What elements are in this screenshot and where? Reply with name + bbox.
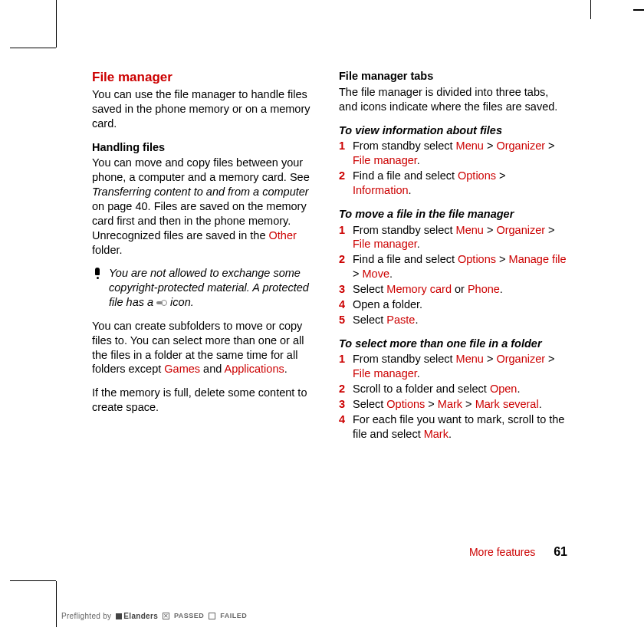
menu-path: Options (386, 398, 425, 410)
handling-files-paragraph: You can move and copy files between your… (92, 156, 320, 257)
preflight-company: Elanders (116, 611, 158, 621)
step-text: Select Paste. (353, 313, 418, 327)
note-text: You are not allowed to exchange some cop… (109, 266, 320, 310)
step-text: Select Memory card or Phone. (353, 282, 503, 297)
company-name: Elanders (123, 611, 158, 621)
crop-mark (590, 0, 591, 19)
note-callout: You are not allowed to exchange some cop… (92, 266, 320, 310)
passed-checkbox-icon (163, 613, 169, 619)
crop-mark (56, 0, 57, 48)
step-text: Open a folder. (353, 297, 422, 312)
menu-path: Manage file (509, 253, 567, 265)
failed-label: FAILED (220, 612, 247, 621)
menu-path: Organizer (496, 140, 545, 152)
menu-path-applications: Applications (225, 363, 284, 375)
menu-path: Information (353, 184, 409, 196)
step-number: 2 (339, 252, 353, 281)
subheading-tabs: File manager tabs (339, 69, 567, 84)
step-item: 1From standby select Menu > Organizer > … (353, 139, 567, 168)
step-item: 2Find a file and select Options > Inform… (353, 169, 567, 198)
text: icon. (167, 296, 194, 308)
subfolders-paragraph: You can create subfolders to move or cop… (92, 319, 320, 376)
preflight-label: Preflighted by (61, 611, 111, 621)
menu-path: Mark (424, 428, 449, 440)
steps-move-file: 1From standby select Menu > Organizer > … (339, 223, 567, 327)
steps-view-info: 1From standby select Menu > Organizer > … (339, 139, 567, 197)
step-text: Find a file and select Options > Informa… (353, 169, 567, 198)
step-item: 2Scroll to a folder and select Open. (353, 382, 567, 396)
menu-path: File manager (353, 154, 417, 166)
left-column: File manager You can use the file manage… (92, 69, 320, 450)
text: . (284, 363, 288, 375)
memory-full-paragraph: If the memory is full, delete some conte… (92, 386, 320, 415)
step-number: 4 (339, 297, 353, 312)
menu-path: File manager (353, 238, 417, 250)
menu-path: Open (490, 383, 517, 395)
menu-path: Organizer (496, 353, 545, 365)
text: You are not allowed to exchange some cop… (109, 267, 309, 308)
page-number: 61 (554, 545, 567, 558)
footer-section-name: More features (469, 546, 535, 558)
step-text: Scroll to a folder and select Open. (353, 382, 520, 396)
step-number: 2 (339, 382, 353, 396)
step-item: 5Select Paste. (353, 313, 567, 327)
menu-path: Phone (468, 283, 500, 295)
step-number: 2 (339, 169, 353, 198)
menu-path: Menu (456, 353, 484, 365)
crop-mark (10, 580, 56, 581)
crop-mark (633, 9, 644, 11)
menu-path-other: Other (269, 229, 297, 242)
step-text: For each file you want to mark, scroll t… (353, 412, 567, 442)
cross-reference: Transferring content to and from a compu… (92, 186, 309, 198)
menu-path-games: Games (164, 363, 200, 375)
step-number: 1 (339, 352, 353, 381)
step-number: 1 (339, 223, 353, 252)
failed-checkbox-icon (209, 613, 215, 619)
step-item: 3Select Memory card or Phone. (353, 282, 567, 297)
menu-path: Menu (456, 140, 484, 152)
subheading-handling-files: Handling files (92, 140, 320, 155)
info-icon (92, 266, 103, 279)
steps-select-multiple: 1From standby select Menu > Organizer > … (339, 352, 567, 441)
step-item: 1From standby select Menu > Organizer > … (353, 352, 567, 381)
section-heading: File manager (92, 69, 320, 86)
step-text: From standby select Menu > Organizer > F… (353, 139, 567, 168)
protected-key-icon (156, 300, 167, 306)
intro-paragraph: You can use the file manager to handle f… (92, 87, 320, 131)
step-number: 4 (339, 412, 353, 442)
menu-path: Options (458, 169, 496, 182)
text: You can move and copy files between your… (92, 156, 310, 183)
menu-path: Memory card (386, 283, 452, 295)
step-number: 3 (339, 282, 353, 297)
text: and (200, 363, 224, 375)
step-item: 3Select Options > Mark > Mark several. (353, 397, 567, 412)
step-number: 1 (339, 139, 353, 168)
passed-label: PASSED (174, 612, 204, 621)
procedure-heading-view-info: To view information about files (339, 123, 567, 138)
menu-path: Move (363, 268, 389, 280)
step-text: From standby select Menu > Organizer > F… (353, 223, 567, 252)
menu-path: Mark (438, 398, 462, 410)
crop-mark (56, 581, 57, 627)
step-item: 4Open a folder. (353, 297, 567, 312)
menu-path: File manager (353, 367, 417, 380)
menu-path: Menu (456, 224, 484, 236)
step-item: 4For each file you want to mark, scroll … (353, 412, 567, 442)
tabs-paragraph: The file manager is divided into three t… (339, 85, 567, 114)
step-text: Select Options > Mark > Mark several. (353, 397, 542, 412)
page-footer: More features 61 (469, 544, 567, 560)
crop-mark (10, 48, 56, 48)
step-text: From standby select Menu > Organizer > F… (353, 352, 567, 381)
text: folder. (92, 244, 123, 256)
step-item: 1From standby select Menu > Organizer > … (353, 223, 567, 252)
procedure-heading-select-multiple: To select more than one file in a folder (339, 337, 567, 351)
step-item: 2Find a file and select Options > Manage… (353, 252, 567, 281)
page-content: File manager You can use the file manage… (92, 69, 567, 450)
step-number: 3 (339, 397, 353, 412)
company-logo-icon (116, 613, 122, 619)
menu-path: Options (458, 253, 496, 265)
menu-path: Mark several (475, 398, 539, 410)
step-number: 5 (339, 313, 353, 327)
preflight-bar: Preflighted by Elanders PASSED FAILED (61, 611, 247, 621)
procedure-heading-move-file: To move a file in the file manager (339, 207, 567, 222)
